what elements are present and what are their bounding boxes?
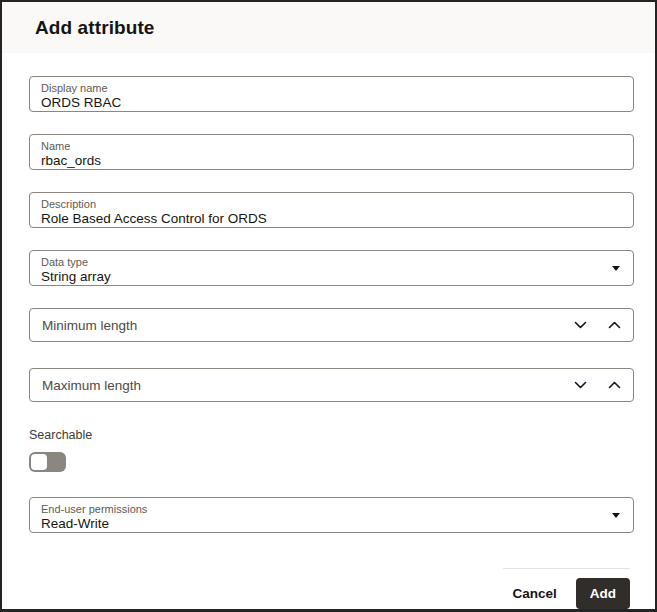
toggle-knob [31, 454, 47, 470]
cancel-button[interactable]: Cancel [512, 580, 556, 607]
end-user-permissions-value: Read-Write [41, 516, 622, 532]
chevron-up-icon[interactable] [607, 378, 621, 392]
name-field[interactable]: Name rbac_ords [29, 134, 634, 170]
dialog-footer: Cancel Add [503, 568, 630, 609]
chevron-up-icon[interactable] [607, 318, 621, 332]
caret-down-icon [612, 513, 620, 518]
add-button[interactable]: Add [576, 578, 630, 609]
data-type-select[interactable]: Data type String array [29, 250, 634, 286]
end-user-permissions-label: End-user permissions [41, 503, 622, 516]
dialog-header: Add attribute [2, 2, 655, 53]
chevron-down-icon[interactable] [573, 318, 587, 332]
maximum-length-label: Maximum length [42, 378, 553, 393]
display-name-value: ORDS RBAC [41, 95, 622, 111]
description-field[interactable]: Description Role Based Access Control fo… [29, 192, 634, 228]
dialog-body: Display name ORDS RBAC Name rbac_ords De… [2, 53, 655, 558]
end-user-permissions-select[interactable]: End-user permissions Read-Write [29, 497, 634, 533]
searchable-toggle[interactable] [29, 452, 66, 472]
maximum-length-stepper[interactable]: Maximum length [29, 368, 634, 402]
data-type-label: Data type [41, 256, 622, 269]
minimum-length-stepper[interactable]: Minimum length [29, 308, 634, 342]
data-type-value: String array [41, 269, 622, 285]
name-label: Name [41, 140, 622, 153]
description-label: Description [41, 198, 622, 211]
searchable-label: Searchable [29, 428, 630, 442]
name-value: rbac_ords [41, 153, 622, 169]
display-name-field[interactable]: Display name ORDS RBAC [29, 76, 634, 112]
add-attribute-dialog: Add attribute Display name ORDS RBAC Nam… [2, 2, 655, 609]
searchable-block: Searchable [29, 428, 630, 472]
dialog-title: Add attribute [35, 17, 155, 39]
display-name-label: Display name [41, 82, 622, 95]
description-value: Role Based Access Control for ORDS [41, 211, 622, 227]
minimum-length-label: Minimum length [42, 318, 553, 333]
chevron-down-icon[interactable] [573, 378, 587, 392]
caret-down-icon [612, 266, 620, 271]
